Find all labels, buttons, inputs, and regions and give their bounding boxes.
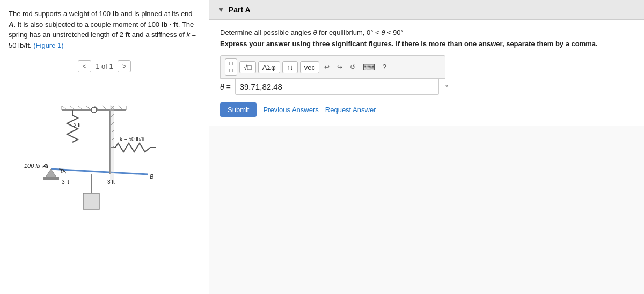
collapse-icon[interactable]: ▼ <box>218 6 224 13</box>
symbol-button[interactable]: ΑΣφ <box>258 61 280 74</box>
part-header: ▼ Part A <box>209 0 644 20</box>
refresh-icon[interactable]: ↺ <box>347 62 358 72</box>
diagram-svg: 100 lb · ft 2 ft k = 50 lb/ft 3 ft 3 ft … <box>19 94 191 217</box>
svg-line-8 <box>102 106 107 110</box>
answer-input[interactable] <box>235 79 439 95</box>
svg-rect-15 <box>83 193 99 209</box>
svg-text:2 ft: 2 ft <box>74 122 81 128</box>
svg-line-12 <box>51 169 148 174</box>
svg-text:θ: θ <box>61 168 64 174</box>
redo-icon[interactable]: ↪ <box>334 62 345 72</box>
prev-page-button[interactable]: < <box>78 60 92 72</box>
problem-description: The rod supports a weight of 100 lb and … <box>9 9 200 50</box>
pagination-row: < 1 of 1 > <box>9 55 200 78</box>
actions-row: Submit Previous Answers Request Answer <box>220 102 633 117</box>
svg-marker-13 <box>46 169 56 177</box>
question-text: Determine all possible angles θ for equi… <box>220 28 633 36</box>
degree-symbol: ° <box>445 83 448 91</box>
vec-button[interactable]: vec <box>300 61 319 74</box>
figure-area: 100 lb · ft 2 ft k = 50 lb/ft 3 ft 3 ft … <box>9 89 200 217</box>
figure-link[interactable]: (Figure 1) <box>33 41 63 49</box>
request-answer-link[interactable]: Request Answer <box>325 106 376 114</box>
svg-text:A: A <box>42 163 47 169</box>
svg-line-6 <box>86 106 91 110</box>
right-panel: ▼ Part A Determine all possible angles θ… <box>209 0 644 294</box>
submit-button[interactable]: Submit <box>220 102 257 117</box>
svg-rect-14 <box>43 177 59 180</box>
svg-line-4 <box>70 106 75 110</box>
svg-point-11 <box>91 107 97 113</box>
theta-equals-label: θ = <box>220 83 231 91</box>
svg-text:B: B <box>150 173 153 180</box>
math-toolbar: □□ √□ ΑΣφ ↑↓ vec ↩ ↪ ↺ ⌨ ? <box>220 55 445 79</box>
previous-answers-link[interactable]: Previous Answers <box>263 106 318 114</box>
left-panel: The rod supports a weight of 100 lb and … <box>0 0 209 294</box>
svg-text:3 ft: 3 ft <box>62 179 69 185</box>
svg-line-3 <box>62 106 67 110</box>
keyboard-icon[interactable]: ⌨ <box>360 61 378 74</box>
fraction-button[interactable]: □□ <box>225 58 237 76</box>
help-icon[interactable]: ? <box>380 62 389 72</box>
instruction-text: Express your answer using three signific… <box>220 40 633 48</box>
svg-line-10 <box>118 106 123 110</box>
svg-text:k = 50 lb/ft: k = 50 lb/ft <box>120 136 145 142</box>
sqrt-button[interactable]: √□ <box>239 61 256 74</box>
svg-line-5 <box>78 106 83 110</box>
arrow-updown-button[interactable]: ↑↓ <box>282 61 298 74</box>
undo-icon[interactable]: ↩ <box>321 62 332 72</box>
answer-row: θ = ° <box>220 79 633 95</box>
part-content: Determine all possible angles θ for equi… <box>209 20 644 126</box>
page-label: 1 of 1 <box>96 61 113 72</box>
svg-text:3 ft: 3 ft <box>107 179 115 185</box>
part-title: Part A <box>229 5 251 14</box>
svg-rect-26 <box>110 106 114 181</box>
next-page-button[interactable]: > <box>118 60 131 72</box>
